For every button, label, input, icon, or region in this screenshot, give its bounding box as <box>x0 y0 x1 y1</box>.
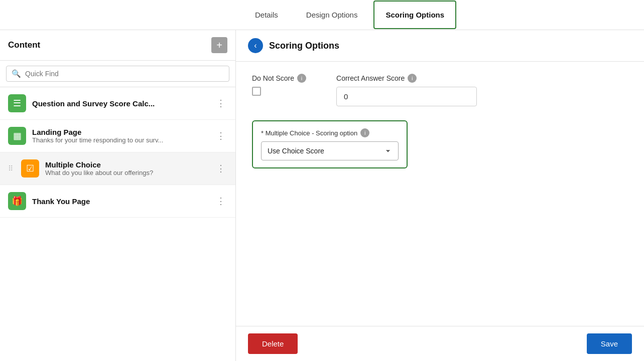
add-content-button[interactable]: + <box>211 37 227 53</box>
search-wrap: 🔍 <box>6 66 229 82</box>
tab-design-options[interactable]: Design Options <box>294 1 370 29</box>
tab-details[interactable]: Details <box>243 1 290 29</box>
sidebar-item-question-survey[interactable]: ☰ Question and Survey Score Calc... ⋮ <box>0 87 235 120</box>
do-not-score-checkbox[interactable] <box>252 87 261 96</box>
right-panel: ‹ Scoring Options Do Not Score i Cor <box>236 30 644 361</box>
gift-icon: 🎁 <box>12 196 23 207</box>
multiple-choice-icon: ☑ <box>26 163 34 174</box>
item-text-thank-you-page: Thank You Page <box>32 197 208 206</box>
save-button[interactable]: Save <box>587 333 632 354</box>
multiple-choice-scoring-group: * Multiple Choice - Scoring option i Use… <box>252 120 408 168</box>
multiple-choice-scoring-select[interactable]: Use Choice Score Correct Answer Do Not S… <box>261 141 399 160</box>
item-icon-landing-page: ▦ <box>8 127 26 145</box>
sidebar-item-multiple-choice[interactable]: ⠿ ☑ Multiple Choice What do you like abo… <box>0 152 235 185</box>
panel-footer: Delete Save <box>236 326 644 361</box>
panel-header: ‹ Scoring Options <box>236 30 644 62</box>
main-layout: Content + 🔍 ☰ Question and Survey Score … <box>0 30 644 361</box>
form-row-scores: Do Not Score i Correct Answer Score i <box>252 74 628 106</box>
tab-bar: Details Design Options Scoring Options <box>0 0 644 30</box>
search-bar: 🔍 <box>0 61 235 87</box>
item-icon-multiple-choice: ☑ <box>21 159 39 177</box>
back-button[interactable]: ‹ <box>248 38 263 53</box>
correct-answer-score-info-icon[interactable]: i <box>408 74 417 83</box>
item-title-question-survey: Question and Survey Score Calc... <box>32 99 208 108</box>
do-not-score-label: Do Not Score i <box>252 74 306 83</box>
sidebar-items: ☰ Question and Survey Score Calc... ⋮ ▦ … <box>0 87 235 361</box>
sidebar-item-thank-you-page[interactable]: 🎁 Thank You Page ⋮ <box>0 185 235 218</box>
survey-icon: ☰ <box>13 98 21 109</box>
item-icon-question-survey: ☰ <box>8 94 26 112</box>
item-title-landing-page: Landing Page <box>32 128 208 136</box>
item-text-question-survey: Question and Survey Score Calc... <box>32 99 208 108</box>
drag-handle-icon: ⠿ <box>8 164 13 172</box>
item-menu-landing-page[interactable]: ⋮ <box>214 128 227 143</box>
search-icon: 🔍 <box>12 69 21 78</box>
correct-answer-score-label: Correct Answer Score i <box>336 74 477 83</box>
tab-scoring-options[interactable]: Scoring Options <box>373 1 456 29</box>
panel-body: Do Not Score i Correct Answer Score i <box>236 62 644 326</box>
multiple-choice-scoring-label-text: * Multiple Choice - Scoring option <box>261 129 357 137</box>
item-text-multiple-choice: Multiple Choice What do you like about o… <box>45 160 208 176</box>
do-not-score-label-text: Do Not Score <box>252 74 294 82</box>
do-not-score-info-icon[interactable]: i <box>297 74 306 83</box>
form-row-multiple-choice-scoring: * Multiple Choice - Scoring option i Use… <box>252 120 628 168</box>
field-do-not-score: Do Not Score i <box>252 74 306 96</box>
landing-page-icon: ▦ <box>13 130 22 141</box>
do-not-score-checkbox-wrap <box>252 87 306 96</box>
item-text-landing-page: Landing Page Thanks for your time respon… <box>32 128 208 144</box>
field-correct-answer-score: Correct Answer Score i <box>336 74 477 106</box>
correct-answer-score-label-text: Correct Answer Score <box>336 74 405 82</box>
delete-button[interactable]: Delete <box>248 333 298 354</box>
sidebar-item-landing-page[interactable]: ▦ Landing Page Thanks for your time resp… <box>0 120 235 152</box>
correct-answer-score-input[interactable] <box>336 87 477 106</box>
sidebar: Content + 🔍 ☰ Question and Survey Score … <box>0 30 236 361</box>
item-subtitle-multiple-choice: What do you like about our offerings? <box>45 169 208 176</box>
item-menu-thank-you-page[interactable]: ⋮ <box>214 194 227 209</box>
item-menu-question-survey[interactable]: ⋮ <box>214 96 227 111</box>
item-subtitle-landing-page: Thanks for your time responding to our s… <box>32 136 208 144</box>
multiple-choice-scoring-label: * Multiple Choice - Scoring option i <box>261 128 399 137</box>
search-input[interactable] <box>25 70 224 78</box>
item-icon-thank-you-page: 🎁 <box>8 192 26 210</box>
multiple-choice-scoring-info-icon[interactable]: i <box>360 128 369 137</box>
item-title-multiple-choice: Multiple Choice <box>45 160 208 169</box>
panel-title: Scoring Options <box>269 41 339 51</box>
item-menu-multiple-choice[interactable]: ⋮ <box>214 161 227 176</box>
sidebar-title: Content <box>8 40 40 50</box>
item-title-thank-you-page: Thank You Page <box>32 197 208 206</box>
sidebar-header: Content + <box>0 30 235 61</box>
